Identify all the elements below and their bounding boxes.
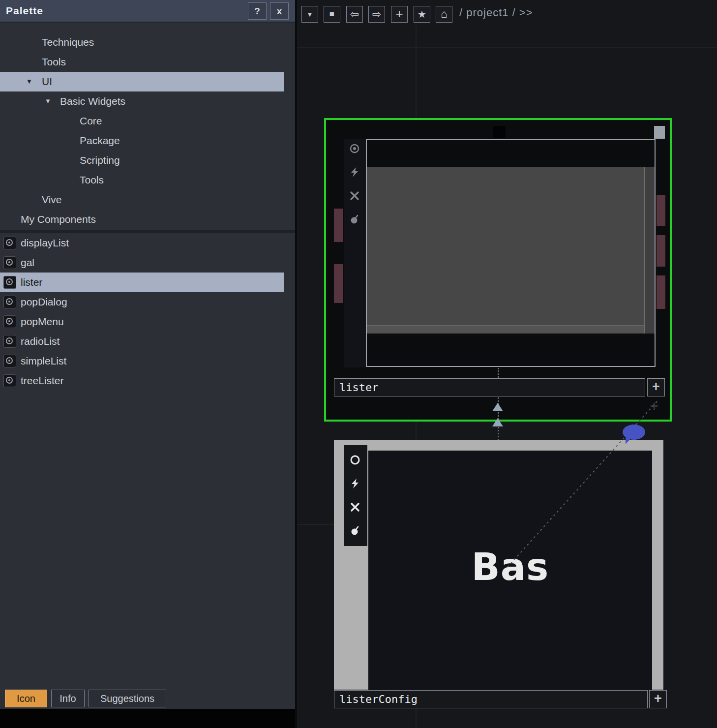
expand-arrow-icon[interactable]: ▼ [26, 72, 32, 91]
tree-item-tools-sub[interactable]: Tools [0, 170, 284, 190]
component-item-lister[interactable]: lister [0, 273, 284, 292]
input-connector[interactable] [334, 264, 343, 303]
viewer-hscrollbar[interactable] [367, 325, 644, 334]
tree-item-package[interactable]: Package [0, 131, 284, 151]
comment-bubble-tail [626, 438, 631, 444]
component-icon [3, 256, 16, 269]
component-item-treeLister[interactable]: treeLister [0, 371, 284, 391]
viewer-top-band [367, 140, 655, 167]
tab-suggestions[interactable]: Suggestions [89, 690, 166, 707]
component-item-simpleList[interactable]: simpleList [0, 351, 284, 371]
node-corner-block [654, 126, 665, 139]
lightning-flag-icon[interactable] [350, 478, 360, 489]
viewer-text: Bas [472, 545, 549, 589]
tree-item-core[interactable]: Core [0, 111, 284, 131]
bypass-x-icon[interactable] [349, 190, 360, 201]
grid-line [297, 524, 334, 525]
node-listerConfig-viewer[interactable]: Bas [368, 451, 652, 690]
output-connector[interactable] [657, 195, 665, 226]
viewer-bottom-band [367, 334, 655, 366]
component-item-popDialog[interactable]: popDialog [0, 292, 284, 312]
home-button[interactable]: ⌂ [436, 6, 452, 23]
network-path-breadcrumb[interactable]: / project1 / >> [459, 0, 533, 26]
node-lister-viewer[interactable] [366, 139, 656, 367]
wire-dotted-line [498, 368, 499, 378]
palette-header: Palette ? x [0, 0, 295, 23]
tree-item-vive[interactable]: Vive [0, 190, 284, 210]
palette-panel: Palette ? x Techniques Tools ▼ UI ▼ Basi… [0, 0, 295, 728]
palette-help-button[interactable]: ? [248, 2, 267, 20]
palette-tree: Techniques Tools ▼ UI ▼ Basic Widgets Co… [0, 23, 295, 229]
bomb-flag-icon[interactable] [350, 525, 360, 536]
input-connector[interactable] [334, 209, 343, 242]
tree-item-techniques[interactable]: Techniques [0, 32, 284, 52]
palette-close-button[interactable]: x [270, 2, 289, 20]
component-icon [3, 315, 16, 328]
viewer-vscrollbar[interactable] [644, 167, 655, 334]
component-item-gal[interactable]: gal [0, 253, 284, 273]
component-item-popMenu[interactable]: popMenu [0, 312, 284, 332]
grid-line [297, 47, 717, 48]
back-button[interactable]: ⇦ [346, 6, 363, 23]
viewer-flag-icon[interactable] [350, 455, 360, 465]
node-name-field-listerConfig[interactable]: listerConfig [334, 690, 648, 708]
tab-icon[interactable]: Icon [5, 690, 47, 707]
output-connector[interactable] [657, 275, 665, 309]
bypass-x-icon[interactable] [350, 502, 360, 513]
tree-item-tools[interactable]: Tools [0, 52, 284, 72]
palette-title: Palette [6, 0, 43, 22]
wire-arrow-icon [492, 403, 503, 411]
star-button[interactable]: ★ [414, 6, 430, 23]
network-dropdown-button[interactable]: ▼ [301, 6, 318, 23]
palette-component-list: displayList gal lister popDialog popMenu… [0, 233, 295, 391]
component-icon [3, 276, 16, 289]
component-item-radioList[interactable]: radioList [0, 332, 284, 351]
tree-item-scripting[interactable]: Scripting [0, 151, 284, 170]
node-collapsed-add-icon[interactable]: + [650, 398, 658, 414]
node-expand-button[interactable]: + [649, 690, 667, 708]
component-icon [3, 296, 16, 308]
component-item-displayList[interactable]: displayList [0, 233, 284, 253]
stop-button[interactable]: ■ [324, 6, 340, 23]
node-expand-button[interactable]: + [647, 378, 665, 396]
lightning-flag-icon[interactable] [349, 167, 360, 178]
icon-preview-area [0, 709, 295, 728]
forward-button[interactable]: ⇨ [368, 6, 385, 23]
component-icon [3, 335, 16, 348]
tree-item-my-components[interactable]: My Components [0, 210, 284, 229]
bomb-flag-icon[interactable] [349, 214, 360, 225]
node-name-field-lister[interactable]: lister [334, 378, 645, 396]
component-icon [3, 374, 16, 387]
tab-info[interactable]: Info [51, 690, 85, 707]
wire-arrow-icon [492, 418, 503, 426]
tree-item-basic-widgets[interactable]: ▼ Basic Widgets [0, 91, 284, 111]
viewer-flag-icon[interactable] [349, 143, 360, 154]
node-top-notch [493, 126, 506, 138]
add-operator-button[interactable]: + [391, 6, 408, 23]
output-connector[interactable] [657, 235, 665, 267]
component-icon [3, 237, 16, 249]
expand-arrow-icon[interactable]: ▼ [45, 91, 51, 111]
app-window: Palette ? x Techniques Tools ▼ UI ▼ Basi… [0, 0, 717, 728]
component-icon [3, 355, 16, 367]
tree-item-ui[interactable]: ▼ UI [0, 72, 284, 91]
